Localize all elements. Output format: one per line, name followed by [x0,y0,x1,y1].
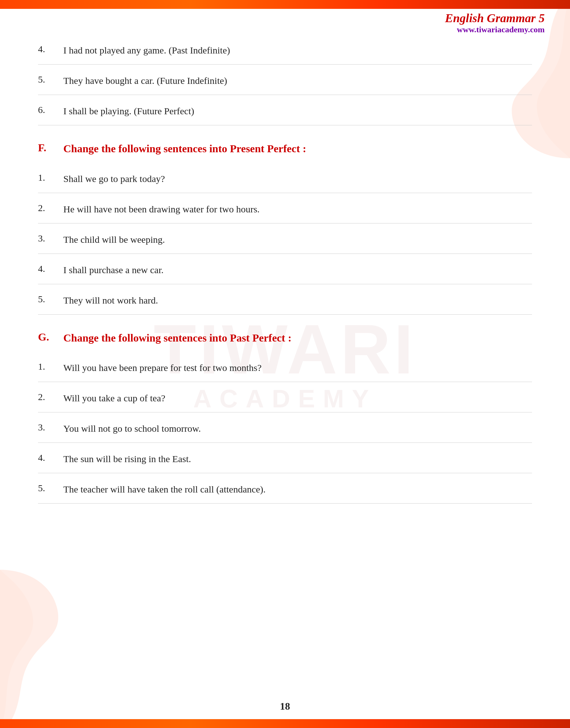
question-g5-number: 5. [38,482,63,494]
question-f2-text: He will have not been drawing water for … [63,202,260,216]
question-g4-number: 4. [38,452,63,463]
question-e6-text: I shall be playing. (Future Perfect) [63,104,194,118]
section-f: F. Change the following sentences into P… [38,125,532,314]
section-e-items: 4. I had not played any game. (Past Inde… [38,34,532,125]
question-f3-text: The child will be weeping. [63,232,165,246]
question-g5: 5. The teacher will have taken the roll … [38,473,532,504]
website-url: www.tiwariacademy.com [445,25,545,34]
question-g4-text: The sun will be rising in the East. [63,452,191,466]
question-f1-text: Shall we go to park today? [63,171,165,186]
question-g3-number: 3. [38,421,63,433]
question-f5-number: 5. [38,293,63,304]
question-g1-text: Will you have been prepare for test for … [63,360,262,375]
section-g: G. Change the following sentences into P… [38,314,532,504]
question-f3-number: 3. [38,232,63,244]
top-border [0,0,570,9]
question-f5-text: They will not work hard. [63,293,158,307]
question-g3-text: You will not go to school tomorrow. [63,421,201,436]
question-f1-number: 1. [38,171,63,183]
section-g-letter: G. [38,330,63,343]
question-g2-text: Will you take a cup of tea? [63,391,165,405]
question-e4-text: I had not played any game. (Past Indefin… [63,43,230,57]
question-f1: 1. Shall we go to park today? [38,163,532,193]
bottom-border [0,719,570,728]
question-g5-text: The teacher will have taken the roll cal… [63,482,266,496]
section-g-header: G. Change the following sentences into P… [38,314,532,352]
question-f5: 5. They will not work hard. [38,284,532,314]
question-e5-number: 5. [38,73,63,85]
question-g4: 4. The sun will be rising in the East. [38,443,532,473]
page-header: English Grammar 5 www.tiwariacademy.com [445,11,545,34]
main-content: 4. I had not played any game. (Past Inde… [0,9,570,719]
question-e6: 6. I shall be playing. (Future Perfect) [38,95,532,125]
section-f-title: Change the following sentences into Pres… [63,141,306,156]
book-title: English Grammar 5 [445,11,545,25]
question-e4: 4. I had not played any game. (Past Inde… [38,34,532,65]
question-g2: 2. Will you take a cup of tea? [38,382,532,413]
question-e4-number: 4. [38,43,63,54]
question-f4-number: 4. [38,263,63,274]
question-g3: 3. You will not go to school tomorrow. [38,413,532,443]
question-e5-text: They have bought a car. (Future Indefini… [63,73,227,88]
section-g-title: Change the following sentences into Past… [63,330,291,345]
question-g1-number: 1. [38,360,63,372]
question-f4-text: I shall purchase a new car. [63,263,164,277]
question-f2-number: 2. [38,202,63,213]
question-g2-number: 2. [38,391,63,402]
question-g1: 1. Will you have been prepare for test f… [38,351,532,382]
section-f-letter: F. [38,141,63,154]
section-f-header: F. Change the following sentences into P… [38,125,532,163]
question-e6-number: 6. [38,104,63,115]
page-number: 18 [280,700,290,712]
question-f4: 4. I shall purchase a new car. [38,254,532,284]
question-e5: 5. They have bought a car. (Future Indef… [38,65,532,95]
question-f3: 3. The child will be weeping. [38,223,532,254]
question-f2: 2. He will have not been drawing water f… [38,193,532,223]
